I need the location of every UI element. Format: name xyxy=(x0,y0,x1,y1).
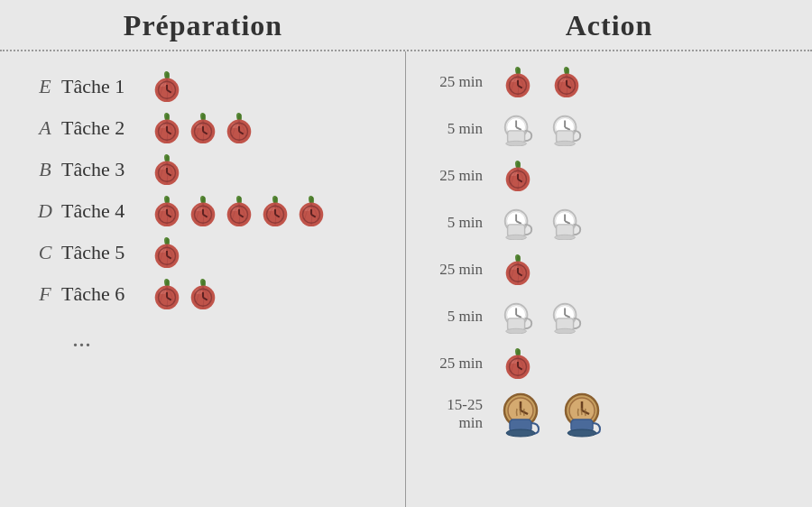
tomato-icons xyxy=(150,235,184,270)
task-letter: C xyxy=(36,241,54,264)
task-row: BTâche 3 xyxy=(36,152,387,187)
task-row: DTâche 4 xyxy=(36,194,387,228)
action-column: 25 min5 min25 min5 min25 min5 min25 min1… xyxy=(406,51,812,507)
action-title: Action xyxy=(406,9,812,42)
task-letter: B xyxy=(36,158,54,181)
action-row: 5 min xyxy=(424,106,794,152)
tomato-icon xyxy=(258,194,292,228)
tomato-icon xyxy=(186,194,220,228)
tomato-icon xyxy=(549,65,584,99)
clock-cup-icon xyxy=(501,206,535,240)
tomato-icon xyxy=(150,152,184,187)
action-row: 15-25 min xyxy=(424,387,794,441)
action-icons xyxy=(501,253,535,287)
action-icons xyxy=(501,112,584,146)
prep-header: Préparation xyxy=(0,9,406,42)
time-label: 25 min xyxy=(424,261,483,279)
tomato-icons xyxy=(150,152,184,187)
tomato-icon xyxy=(186,111,220,145)
tomato-icon xyxy=(186,277,220,311)
tomato-icons xyxy=(150,111,256,145)
tomato-icons xyxy=(150,69,184,104)
tomato-icon xyxy=(150,194,184,228)
action-row: 25 min xyxy=(424,59,794,106)
break-large-icon xyxy=(501,391,548,438)
task-name: Tâche 2 xyxy=(61,116,143,140)
tomato-icon xyxy=(501,253,535,287)
time-label: 5 min xyxy=(424,308,483,326)
action-row: 25 min xyxy=(424,152,794,199)
break-large-icon xyxy=(562,391,609,438)
action-icons xyxy=(501,65,584,99)
action-icons xyxy=(501,391,609,438)
clock-cup-icon xyxy=(549,206,584,240)
action-row: 25 min xyxy=(424,246,794,293)
clock-cup-icon xyxy=(501,112,535,146)
clock-cup-icon xyxy=(549,300,584,334)
task-row: FTâche 6 xyxy=(36,277,387,311)
tomato-icon xyxy=(294,194,328,228)
tomato-icon xyxy=(501,346,535,381)
tomato-icon xyxy=(501,159,535,193)
ellipsis: ... xyxy=(72,324,387,353)
tomato-icon xyxy=(222,111,256,145)
time-label: 25 min xyxy=(424,73,483,91)
action-icons xyxy=(501,159,535,193)
task-row: CTâche 5 xyxy=(36,235,387,270)
tomato-icon xyxy=(150,69,184,104)
action-row: 25 min xyxy=(424,340,794,387)
action-header: Action xyxy=(406,9,812,42)
tomato-icon xyxy=(150,277,184,311)
task-letter: A xyxy=(36,116,54,140)
action-row: 5 min xyxy=(424,293,794,340)
task-name: Tâche 3 xyxy=(61,158,143,181)
task-row: ATâche 2 xyxy=(36,111,387,145)
time-label: 25 min xyxy=(424,167,483,185)
task-letter: E xyxy=(36,75,54,98)
time-label: 5 min xyxy=(424,120,483,138)
prep-column: ETâche 1ATâche 2BTâche 3DTâche 4CTâche 5… xyxy=(0,51,406,507)
action-icons xyxy=(501,300,584,334)
time-label: 5 min xyxy=(424,214,483,232)
action-row: 5 min xyxy=(424,199,794,246)
task-letter: F xyxy=(36,282,54,306)
action-icons xyxy=(501,206,584,240)
tomato-icon xyxy=(150,235,184,270)
tomato-icons xyxy=(150,194,328,228)
tomato-icons xyxy=(150,277,220,311)
tomato-icon xyxy=(501,65,535,99)
time-label: 25 min xyxy=(424,355,483,373)
task-name: Tâche 5 xyxy=(61,241,143,264)
task-letter: D xyxy=(36,199,54,223)
action-icons xyxy=(501,346,535,381)
task-name: Tâche 6 xyxy=(61,282,143,306)
clock-cup-icon xyxy=(501,300,535,334)
task-row: ETâche 1 xyxy=(36,69,387,104)
prep-title: Préparation xyxy=(0,9,406,42)
tomato-icon xyxy=(150,111,184,145)
clock-cup-icon xyxy=(549,112,584,146)
tomato-icon xyxy=(222,194,256,228)
task-name: Tâche 1 xyxy=(61,75,143,98)
time-label: 15-25 min xyxy=(424,396,483,433)
task-name: Tâche 4 xyxy=(61,199,143,223)
